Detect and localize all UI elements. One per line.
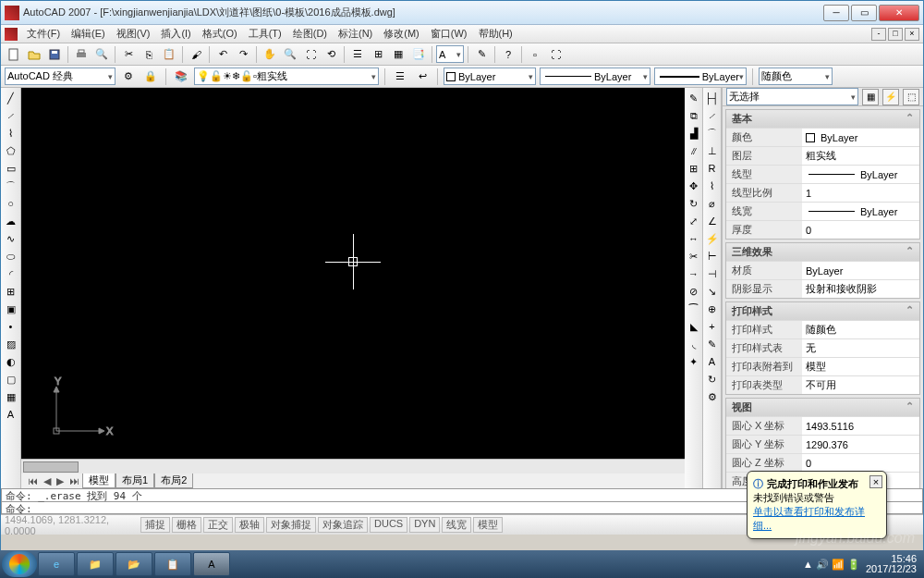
zoom-window-icon[interactable]: ⛶ xyxy=(301,45,320,64)
dim-quick-icon[interactable]: ⚡ xyxy=(704,230,721,247)
drawing-canvas[interactable]: Y X xyxy=(21,88,685,459)
ellipse-arc-icon[interactable]: ◜ xyxy=(3,265,19,282)
prop-row[interactable]: 打印表附着到模型 xyxy=(726,357,919,375)
scale-icon[interactable]: ⤢ xyxy=(686,213,702,229)
prop-section-header[interactable]: 三维效果⌃ xyxy=(726,243,919,261)
layer-manager-icon[interactable]: 📚 xyxy=(172,68,190,86)
status-栅格[interactable]: 栅格 xyxy=(172,517,201,533)
match-props-icon[interactable]: 🖌 xyxy=(187,45,205,64)
workspace-combo[interactable]: AutoCAD 经典▾ xyxy=(5,68,116,85)
tab-nav-prev[interactable]: ◀ xyxy=(41,475,54,487)
color-combo[interactable]: ByLayer▾ xyxy=(444,68,536,85)
prop-section-header[interactable]: 视图⌃ xyxy=(726,399,919,416)
make-block-icon[interactable]: ▣ xyxy=(3,301,19,317)
workspace-lock-icon[interactable]: 🔒 xyxy=(141,68,160,86)
coordinate-display[interactable]: 1494.1069, 1281.3212, 0.0000 xyxy=(1,514,140,536)
paste-icon[interactable]: 📋 xyxy=(160,45,178,64)
status-捕捉[interactable]: 捕捉 xyxy=(140,517,170,533)
prop-row[interactable]: 颜色ByLayer xyxy=(726,128,919,146)
tolerance-icon[interactable]: ⊕ xyxy=(704,301,721,317)
zoom-previous-icon[interactable]: ⟲ xyxy=(322,45,340,64)
menu-dimension[interactable]: 标注(N) xyxy=(333,27,378,41)
dim-leader-icon[interactable]: ↘ xyxy=(704,283,721,300)
prop-row[interactable]: 圆心 X 坐标1493.5116 xyxy=(726,416,919,435)
mdi-minimize-button[interactable]: - xyxy=(871,28,886,41)
tab-model[interactable]: 模型 xyxy=(82,473,116,488)
revcloud-icon[interactable]: ☁ xyxy=(3,213,19,229)
menu-file[interactable]: 文件(F) xyxy=(21,27,66,41)
open-icon[interactable] xyxy=(25,45,43,64)
status-对象捕捉[interactable]: 对象捕捉 xyxy=(266,517,316,533)
ellipse-icon[interactable]: ⬭ xyxy=(3,248,19,264)
menu-help[interactable]: 帮助(H) xyxy=(473,27,518,41)
new-icon[interactable] xyxy=(5,45,23,64)
move-icon[interactable]: ✥ xyxy=(686,178,702,194)
prop-row[interactable]: 图层粗实线 xyxy=(726,146,919,165)
prop-row[interactable]: 圆心 Y 坐标1290.376 xyxy=(726,435,919,453)
prop-section-header[interactable]: 基本⌃ xyxy=(726,110,919,128)
prop-row[interactable]: 打印表类型不可用 xyxy=(726,375,919,394)
tab-nav-first[interactable]: ⏮ xyxy=(25,475,41,486)
point-icon[interactable]: • xyxy=(3,318,19,335)
menu-insert[interactable]: 插入(I) xyxy=(155,27,196,41)
region-icon[interactable]: ▢ xyxy=(3,371,19,387)
dim-tedit-icon[interactable]: A xyxy=(704,353,721,370)
menu-edit[interactable]: 编辑(E) xyxy=(66,27,111,41)
xline-icon[interactable]: ⟋ xyxy=(3,107,19,124)
insert-block-icon[interactable]: ⊞ xyxy=(3,283,19,300)
menu-draw[interactable]: 绘图(D) xyxy=(287,27,333,41)
text-style-combo[interactable]: A▾ xyxy=(436,45,464,63)
break-icon[interactable]: ⊘ xyxy=(686,283,702,300)
workspace-settings-icon[interactable]: ⚙ xyxy=(119,68,138,86)
rotate-icon[interactable]: ↻ xyxy=(686,195,702,212)
dim-baseline-icon[interactable]: ⊢ xyxy=(704,248,721,264)
layer-combo[interactable]: 💡🔓☀❄🔓▫ 粗实线▾ xyxy=(194,68,379,85)
dim-aligned-icon[interactable]: ⟋ xyxy=(704,107,721,124)
pan-icon[interactable]: ✋ xyxy=(261,45,279,64)
offset-icon[interactable]: ⫽ xyxy=(686,142,702,159)
menu-modify[interactable]: 修改(M) xyxy=(378,27,425,41)
hatch-icon[interactable]: ▨ xyxy=(3,336,19,352)
clean-screen-icon[interactable]: ⛶ xyxy=(546,45,565,64)
dim-angular-icon[interactable]: ∠ xyxy=(704,213,721,229)
undo-icon[interactable]: ↶ xyxy=(213,45,232,64)
prop-row[interactable]: 线型比例1 xyxy=(726,183,919,202)
properties-icon[interactable]: ☰ xyxy=(348,45,367,64)
linetype-combo[interactable]: ByLayer▾ xyxy=(540,68,650,85)
chamfer-icon[interactable]: ◣ xyxy=(686,318,702,335)
lineweight-combo[interactable]: ByLayer▾ xyxy=(654,68,747,85)
layer-states-icon[interactable]: ☰ xyxy=(391,68,409,86)
line-icon[interactable]: ╱ xyxy=(3,90,19,106)
dim-diameter-icon[interactable]: ⌀ xyxy=(704,195,721,212)
plot-preview-icon[interactable]: 🔍 xyxy=(92,45,111,64)
table-icon[interactable]: ▦ xyxy=(3,388,19,405)
pline-icon[interactable]: ⌇ xyxy=(3,125,19,141)
copy-obj-icon[interactable]: ⧉ xyxy=(686,107,702,124)
save-icon[interactable] xyxy=(45,45,64,64)
taskbar-autocad-icon[interactable]: A xyxy=(193,552,230,576)
gradient-icon[interactable]: ◐ xyxy=(3,353,19,370)
status-极轴[interactable]: 极轴 xyxy=(235,517,264,533)
balloon-close-button[interactable]: × xyxy=(869,475,882,488)
status-DYN[interactable]: DYN xyxy=(409,517,440,533)
layer-previous-icon[interactable]: ↩ xyxy=(413,68,432,86)
design-center-icon[interactable]: ⊞ xyxy=(369,45,387,64)
dim-continue-icon[interactable]: ⊣ xyxy=(704,265,721,282)
block-editor-icon[interactable]: ✎ xyxy=(472,45,491,64)
taskbar-folder-icon[interactable]: 📂 xyxy=(116,552,152,576)
menu-window[interactable]: 窗口(W) xyxy=(425,27,473,41)
extend-icon[interactable]: → xyxy=(686,265,702,282)
stretch-icon[interactable]: ↔ xyxy=(686,230,702,247)
selection-combo[interactable]: 无选择▾ xyxy=(726,88,858,105)
dim-linear-icon[interactable]: ├┤ xyxy=(704,90,721,106)
prop-row[interactable]: 线型ByLayer xyxy=(726,165,919,183)
toggle-pim-icon[interactable]: ▦ xyxy=(862,89,879,105)
menu-view[interactable]: 视图(V) xyxy=(111,27,156,41)
polygon-icon[interactable]: ⬠ xyxy=(3,142,19,159)
erase-icon[interactable]: ✎ xyxy=(686,90,702,106)
dim-ordinate-icon[interactable]: ⊥ xyxy=(704,142,721,159)
trim-icon[interactable]: ✂ xyxy=(686,248,702,264)
dim-style-icon[interactable]: ⚙ xyxy=(704,388,721,405)
prop-section-header[interactable]: 打印样式⌃ xyxy=(726,302,919,320)
quick-select-icon[interactable]: ⚡ xyxy=(882,89,899,105)
